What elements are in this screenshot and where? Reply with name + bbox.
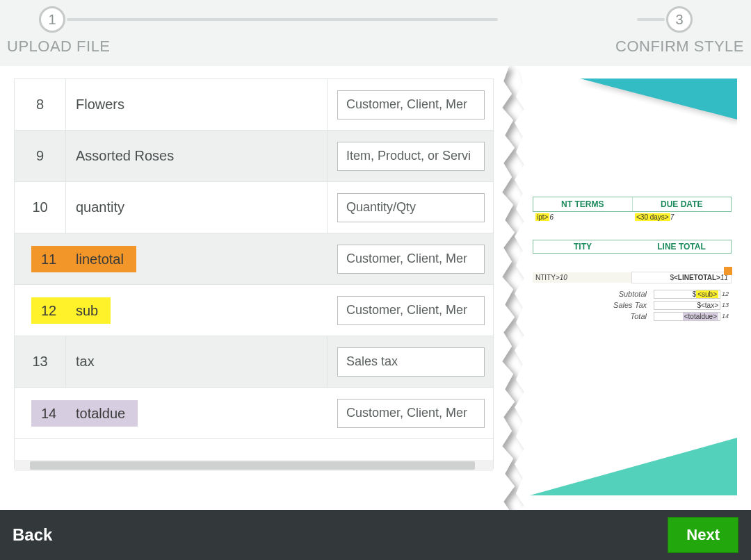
stepper: 1 3 UPLOAD FILE CONFIRM STYLE xyxy=(0,0,751,66)
bottom-bar: Back Next xyxy=(0,510,751,560)
preview-sub-row: ipt>6 <30 days>7 xyxy=(533,212,732,224)
row-select[interactable]: Sales tax xyxy=(337,347,485,377)
decor-triangle-bottom xyxy=(505,437,737,495)
row-select[interactable]: Customer, Client, Mer xyxy=(337,245,485,274)
step-1-label: UPLOAD FILE xyxy=(7,38,111,56)
table-row: 9 Assorted Roses Item, Product, or Servi xyxy=(15,131,493,182)
preview-header-cell: NT TERMS xyxy=(533,197,633,211)
preview-tag-cell: ipt>6 xyxy=(533,212,632,224)
preview-header-cell: DUE DATE xyxy=(633,197,732,211)
decor-triangle-top xyxy=(580,79,737,120)
step-line xyxy=(637,18,665,21)
row-select-cell: Customer, Client, Mer xyxy=(328,285,493,336)
step-1-circle: 1 xyxy=(39,6,65,33)
next-button[interactable]: Next xyxy=(668,517,738,553)
scrollbar-thumb[interactable] xyxy=(30,461,475,470)
preview-data-cell: NTITY>10 xyxy=(533,272,631,283)
row-field-name: tax xyxy=(66,336,328,387)
row-select-cell: Sales tax xyxy=(328,336,493,387)
row-select-cell: Quantity/Qty xyxy=(328,182,493,233)
table-row: 12 sub 12 sub Customer, Client, Mer xyxy=(15,285,493,336)
preview-summary-idx: 14 xyxy=(720,313,732,320)
preview-summary-idx: 13 xyxy=(720,302,732,308)
row-number: 13 xyxy=(15,336,66,387)
row-field-name: quantity xyxy=(66,182,328,233)
row-field-name: Assorted Roses xyxy=(66,131,328,181)
preview-summary-label: Subtotal xyxy=(533,290,654,298)
preview-panel: NT TERMS DUE DATE ipt>6 <30 days>7 TITY … xyxy=(505,79,737,495)
preview-tag-cell: <30 days>7 xyxy=(632,212,732,224)
row-select[interactable]: Quantity/Qty xyxy=(337,193,485,222)
row-select[interactable]: Customer, Client, Mer xyxy=(337,90,485,120)
back-button[interactable]: Back xyxy=(13,525,52,545)
step-3-label: CONFIRM STYLE xyxy=(615,38,744,56)
preview-data-cell: $<LINETOTAL>11 xyxy=(631,272,732,283)
highlight-name: sub xyxy=(66,303,111,319)
preview-header-cell: TITY xyxy=(533,240,632,253)
preview-summary-row: Subtotal $<sub> 12 xyxy=(533,288,732,299)
preview-summary-value: <totaldue> xyxy=(654,312,720,321)
row-select[interactable]: Item, Product, or Servi xyxy=(337,142,485,171)
row-select[interactable]: Customer, Client, Mer xyxy=(337,296,485,325)
highlight-yellow: 12 sub xyxy=(31,297,111,324)
preview-header-cell: LINE TOTAL xyxy=(632,240,731,253)
table-row: 11 linetotal 11 linetotal Customer, Clie… xyxy=(15,233,493,285)
row-select-cell: Customer, Client, Mer xyxy=(328,388,493,438)
highlight-name: totaldue xyxy=(66,406,138,422)
row-select-cell: Customer, Client, Mer xyxy=(328,233,493,284)
highlight-name: linetotal xyxy=(66,252,136,267)
table-row: 10 quantity Quantity/Qty xyxy=(15,182,493,233)
preview-summary-idx: 12 xyxy=(720,290,732,297)
row-number: 8 xyxy=(15,79,66,130)
table-row: 14 totaldue 14 totaldue Customer, Client… xyxy=(15,388,493,439)
preview-summary-value: $<tax> xyxy=(654,301,720,310)
preview-header-row: TITY LINE TOTAL xyxy=(533,240,732,254)
preview-summary-row: Total <totaldue> 14 xyxy=(533,311,732,322)
highlight-number: 14 xyxy=(31,406,66,422)
preview-summary-label: Total xyxy=(533,312,654,320)
orange-badge-icon xyxy=(724,267,732,275)
preview-summary-row: Sales Tax $<tax> 13 xyxy=(533,299,732,311)
mapping-table: 8 Flowers Customer, Client, Mer 9 Assort… xyxy=(14,79,494,469)
preview-summary: Subtotal $<sub> 12 Sales Tax $<tax> 13 T… xyxy=(533,288,732,322)
row-select-cell: Customer, Client, Mer xyxy=(328,79,493,130)
step-line xyxy=(67,18,498,21)
horizontal-scrollbar[interactable] xyxy=(15,460,493,471)
preview-header-row: NT TERMS DUE DATE xyxy=(533,197,732,212)
row-select-cell: Item, Product, or Servi xyxy=(328,131,493,181)
highlight-number: 11 xyxy=(31,252,66,267)
preview-content: NT TERMS DUE DATE ipt>6 <30 days>7 TITY … xyxy=(533,197,732,322)
step-3-circle: 3 xyxy=(666,6,693,33)
preview-summary-value: $<sub> xyxy=(654,290,720,299)
table-row: 8 Flowers Customer, Client, Mer xyxy=(15,79,493,131)
preview-summary-label: Sales Tax xyxy=(533,301,654,309)
main-area: 8 Flowers Customer, Client, Mer 9 Assort… xyxy=(0,66,751,510)
row-number: 9 xyxy=(15,131,66,181)
row-select[interactable]: Customer, Client, Mer xyxy=(337,399,485,428)
highlight-number: 12 xyxy=(31,303,66,319)
row-number: 10 xyxy=(15,182,66,233)
highlight-lavender: 14 totaldue xyxy=(31,400,138,427)
row-field-name: Flowers xyxy=(66,79,328,130)
highlight-orange: 11 linetotal xyxy=(31,246,136,272)
preview-data-row: NTITY>10 $<LINETOTAL>11 xyxy=(533,270,732,284)
table-row: 13 tax Sales tax xyxy=(15,336,493,388)
